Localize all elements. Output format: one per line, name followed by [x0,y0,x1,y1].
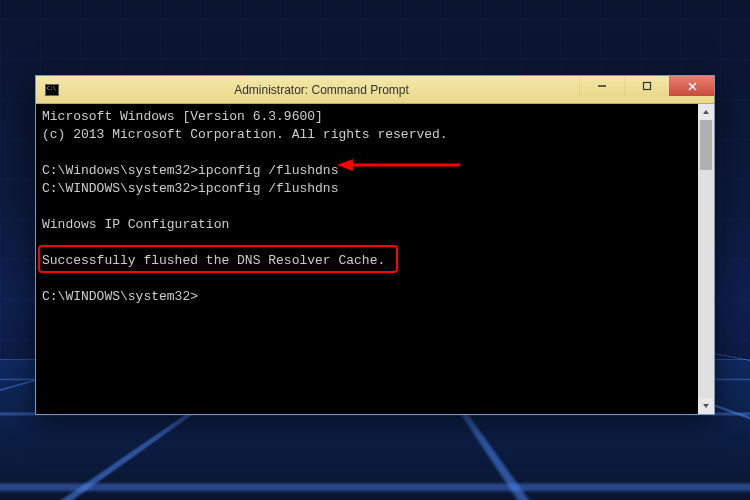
chevron-down-icon [702,403,710,409]
terminal-blank-line [42,198,708,216]
terminal-line: Windows IP Configuration [42,216,708,234]
minimize-button[interactable] [579,76,624,96]
close-button[interactable] [669,76,714,96]
maximize-icon [642,81,652,91]
chevron-up-icon [702,109,710,115]
window-title: Administrator: Command Prompt [64,83,579,97]
svg-rect-1 [644,83,651,90]
scroll-up-button[interactable] [698,104,714,120]
scroll-thumb[interactable] [700,120,712,170]
terminal-line-command: C:\Windows\system32>ipconfig /flushdns [42,162,708,180]
vertical-scrollbar[interactable] [698,104,714,414]
app-icon-wrap [40,84,64,96]
terminal-line: (c) 2013 Microsoft Corporation. All righ… [42,126,708,144]
terminal-line-command: C:\WINDOWS\system32>ipconfig /flushdns [42,180,708,198]
minimize-icon [597,81,607,91]
window-controls [579,76,714,103]
terminal-line: Microsoft Windows [Version 6.3.9600] [42,108,708,126]
terminal-line-success: Successfully flushed the DNS Resolver Ca… [42,252,708,270]
terminal-blank-line [42,270,708,288]
titlebar[interactable]: Administrator: Command Prompt [36,76,714,104]
terminal-blank-line [42,144,708,162]
command-prompt-window: Administrator: Command Prompt Microsoft … [35,75,715,415]
scroll-track[interactable] [698,120,714,398]
scroll-down-button[interactable] [698,398,714,414]
cmd-icon [45,84,59,96]
terminal-blank-line [42,234,708,252]
maximize-button[interactable] [624,76,669,96]
terminal-area[interactable]: Microsoft Windows [Version 6.3.9600] (c)… [36,104,714,414]
close-icon [687,81,698,92]
terminal-line-prompt: C:\WINDOWS\system32> [42,288,708,306]
